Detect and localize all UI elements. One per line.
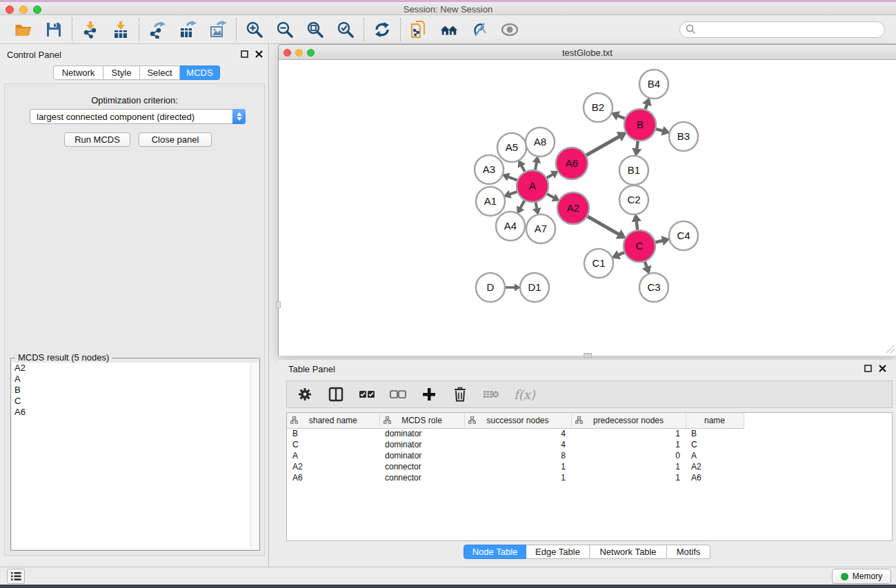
hide-annotations-icon[interactable] bbox=[470, 20, 489, 39]
column-header-name[interactable]: name bbox=[686, 413, 744, 428]
column-header-successor-nodes[interactable]: successor nodes bbox=[464, 413, 571, 428]
table-cell[interactable]: dominator bbox=[379, 439, 464, 450]
table-row[interactable]: Bdominator41B bbox=[287, 428, 892, 439]
save-session-icon[interactable] bbox=[44, 20, 63, 39]
table-cell[interactable]: connector bbox=[379, 461, 464, 472]
table-row[interactable]: A2connector11A2 bbox=[287, 461, 892, 472]
import-network-icon[interactable] bbox=[81, 20, 100, 39]
table-cell[interactable]: A bbox=[686, 450, 744, 461]
window-bottom-grip[interactable] bbox=[584, 353, 592, 358]
graph-node-A3[interactable]: A3 bbox=[475, 155, 504, 184]
toggle-column-icon[interactable] bbox=[328, 386, 344, 403]
tab-motifs[interactable]: Motifs bbox=[667, 545, 710, 559]
table-cell[interactable]: A bbox=[287, 450, 379, 461]
graph-node-A[interactable]: A bbox=[517, 170, 548, 202]
mcds-result-item[interactable]: B bbox=[12, 385, 250, 396]
graph-node-A7[interactable]: A7 bbox=[526, 214, 555, 243]
table-cell[interactable]: 4 bbox=[464, 428, 571, 439]
result-list-scrollbar[interactable] bbox=[250, 363, 259, 549]
table-cell[interactable]: B bbox=[287, 428, 379, 439]
table-cell[interactable]: 1 bbox=[571, 472, 686, 483]
node-table[interactable]: shared nameMCDS rolesuccessor nodesprede… bbox=[286, 412, 893, 541]
tab-network[interactable]: Network bbox=[53, 65, 103, 80]
close-panel-icon[interactable] bbox=[255, 50, 263, 58]
table-row[interactable]: Adominator80A bbox=[287, 450, 892, 461]
column-header-predecessor-nodes[interactable]: predecessor nodes bbox=[571, 413, 686, 428]
graph-node-B[interactable]: B bbox=[624, 109, 656, 141]
delete-table-icon[interactable] bbox=[483, 386, 499, 403]
window-side-grip[interactable] bbox=[276, 301, 281, 308]
column-header-shared-name[interactable]: shared name bbox=[287, 413, 379, 428]
table-cell[interactable]: C bbox=[686, 439, 744, 450]
mcds-result-item[interactable]: C bbox=[12, 396, 250, 407]
export-image-icon[interactable] bbox=[208, 20, 228, 39]
tab-network-table[interactable]: Network Table bbox=[590, 545, 667, 559]
zoom-out-icon[interactable] bbox=[275, 20, 295, 39]
float-panel-icon[interactable] bbox=[240, 50, 248, 58]
table-row[interactable]: Cdominator41C bbox=[287, 439, 892, 450]
window-resize-grip[interactable] bbox=[886, 345, 895, 354]
graph-node-B3[interactable]: B3 bbox=[669, 122, 698, 151]
graph-node-C4[interactable]: C4 bbox=[669, 221, 698, 250]
search-input[interactable] bbox=[696, 24, 879, 34]
mcds-result-item[interactable]: A6 bbox=[12, 407, 250, 418]
memory-button[interactable]: Memory bbox=[832, 569, 891, 584]
run-mcds-button[interactable]: Run MCDS bbox=[64, 132, 130, 147]
table-cell[interactable]: 1 bbox=[464, 472, 571, 483]
graph-node-A5[interactable]: A5 bbox=[497, 133, 526, 162]
first-neighbors-icon[interactable] bbox=[439, 20, 459, 39]
panel-list-button[interactable] bbox=[7, 569, 25, 584]
new-network-from-selection-icon[interactable] bbox=[409, 20, 428, 39]
settings-gear-icon[interactable] bbox=[297, 386, 313, 403]
table-cell[interactable]: 1 bbox=[571, 461, 686, 472]
close-panel-button[interactable]: Close panel bbox=[139, 132, 212, 147]
column-header-MCDS-role[interactable]: MCDS role bbox=[379, 413, 464, 428]
float-panel-icon[interactable] bbox=[864, 364, 872, 372]
add-column-icon[interactable] bbox=[421, 386, 437, 403]
show-graphics-details-icon[interactable] bbox=[500, 20, 519, 39]
graph-node-C[interactable]: C bbox=[624, 230, 655, 262]
function-builder-icon[interactable]: f(x) bbox=[514, 386, 535, 403]
zoom-in-icon[interactable] bbox=[245, 20, 264, 39]
open-file-icon[interactable] bbox=[14, 20, 33, 39]
search-box[interactable] bbox=[679, 21, 885, 38]
export-network-icon[interactable] bbox=[148, 20, 167, 39]
table-cell[interactable]: B bbox=[686, 428, 744, 439]
table-cell[interactable]: connector bbox=[379, 472, 464, 483]
graph-node-C1[interactable]: C1 bbox=[584, 249, 613, 278]
graph-node-C2[interactable]: C2 bbox=[619, 185, 648, 214]
graph-node-D[interactable]: D bbox=[476, 273, 505, 302]
table-cell[interactable]: A2 bbox=[686, 461, 744, 472]
table-cell[interactable]: C bbox=[287, 439, 379, 450]
table-cell[interactable]: A2 bbox=[287, 461, 379, 472]
table-cell[interactable]: 1 bbox=[571, 439, 686, 450]
table-cell[interactable]: 4 bbox=[464, 439, 571, 450]
graph-node-A1[interactable]: A1 bbox=[476, 187, 505, 216]
zoom-selected-icon[interactable] bbox=[336, 20, 355, 39]
network-canvas[interactable]: AA6A2BCA5A8A3A1A4A7B2B4B3B1C2C4C1C3DD1 bbox=[279, 60, 896, 356]
deselect-all-icon[interactable] bbox=[390, 386, 406, 403]
table-row[interactable]: A6connector11A6 bbox=[287, 472, 892, 483]
table-cell[interactable]: 1 bbox=[464, 461, 571, 472]
optimization-criterion-dropdown[interactable]: largest connected component (directed) bbox=[30, 109, 246, 124]
table-cell[interactable]: 1 bbox=[571, 428, 686, 439]
table-cell[interactable]: A6 bbox=[287, 472, 379, 483]
refresh-icon[interactable] bbox=[372, 20, 392, 39]
export-table-icon[interactable] bbox=[178, 20, 197, 39]
graph-node-A6[interactable]: A6 bbox=[556, 148, 588, 179]
table-cell[interactable]: A6 bbox=[686, 472, 744, 483]
tab-mcds[interactable]: MCDS bbox=[180, 65, 220, 80]
close-panel-icon[interactable] bbox=[878, 364, 886, 372]
delete-column-icon[interactable] bbox=[452, 386, 468, 403]
graph-node-A4[interactable]: A4 bbox=[496, 212, 525, 241]
table-cell[interactable]: 0 bbox=[571, 450, 686, 461]
zoom-fit-icon[interactable] bbox=[306, 20, 325, 39]
mcds-result-item[interactable]: A2 bbox=[12, 363, 250, 374]
import-table-icon[interactable] bbox=[111, 20, 130, 39]
select-all-icon[interactable] bbox=[359, 386, 375, 403]
graph-node-B2[interactable]: B2 bbox=[584, 93, 613, 122]
table-cell[interactable]: dominator bbox=[379, 450, 464, 461]
table-cell[interactable]: dominator bbox=[379, 428, 464, 439]
tab-style[interactable]: Style bbox=[103, 65, 140, 80]
table-cell[interactable]: 8 bbox=[464, 450, 571, 461]
